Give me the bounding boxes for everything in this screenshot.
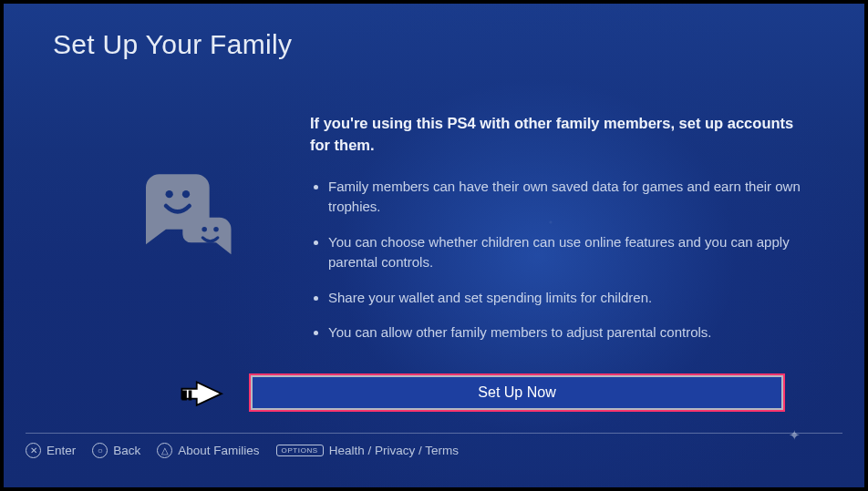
family-icon: [135, 166, 237, 266]
svg-point-1: [182, 190, 190, 198]
footer-bar: ✕ Enter ○ Back △ About Families OPTIONS …: [26, 433, 842, 458]
cross-icon: ✕: [26, 443, 41, 458]
content-area: If you're using this PS4 with other fami…: [310, 113, 802, 358]
set-up-now-button[interactable]: Set Up Now: [250, 374, 784, 411]
options-icon: OPTIONS: [276, 445, 324, 456]
footer-legal[interactable]: OPTIONS Health / Privacy / Terms: [276, 444, 460, 457]
family-setup-screen: Set Up Your Family If you're using this …: [4, 4, 864, 487]
pointer-hand-icon: [177, 377, 230, 414]
svg-point-0: [166, 190, 173, 198]
page-title: Set Up Your Family: [53, 29, 292, 60]
triangle-icon: △: [157, 443, 172, 458]
footer-back[interactable]: ○ Back: [92, 443, 140, 458]
list-item: You can choose whether children can use …: [310, 232, 802, 273]
circle-icon: ○: [92, 443, 108, 458]
footer-enter[interactable]: ✕ Enter: [26, 443, 76, 458]
list-item: Share your wallet and set spending limit…: [310, 288, 802, 309]
svg-point-3: [213, 227, 219, 232]
set-up-now-label: Set Up Now: [478, 384, 555, 401]
footer-about-families[interactable]: △ About Families: [157, 443, 259, 458]
headline-text: If you're using this PS4 with other fami…: [310, 113, 802, 157]
svg-point-2: [202, 227, 207, 232]
footer-enter-label: Enter: [46, 444, 76, 457]
list-item: Family members can have their own saved …: [310, 177, 802, 218]
footer-back-label: Back: [113, 444, 140, 457]
list-item: You can allow other family members to ad…: [310, 322, 802, 343]
footer-legal-label: Health / Privacy / Terms: [329, 444, 459, 457]
feature-list: Family members can have their own saved …: [310, 177, 802, 343]
footer-about-label: About Families: [178, 444, 259, 457]
